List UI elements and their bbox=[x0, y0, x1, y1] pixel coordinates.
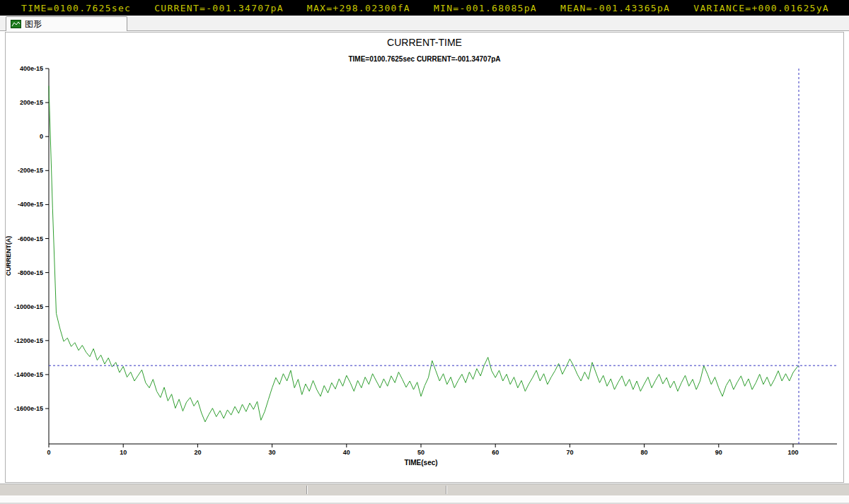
x-tick-label: 80 bbox=[641, 449, 648, 456]
stat-variance: VARIANCE=+000.01625yA bbox=[693, 3, 829, 13]
chart-icon bbox=[11, 20, 21, 28]
tab-bar: 图形 bbox=[0, 16, 849, 31]
y-tick-label: -1400e-15 bbox=[14, 371, 43, 378]
status-pane-divider bbox=[446, 486, 446, 494]
x-tick-label: 20 bbox=[194, 449, 201, 456]
chart-panel: CURRENT-TIME TIME=0100.7625sec CURRENT=-… bbox=[5, 32, 844, 483]
x-tick-label: 40 bbox=[343, 449, 350, 456]
y-tick-label: -800e-15 bbox=[18, 269, 43, 276]
x-axis-title: TIME(sec) bbox=[404, 459, 437, 467]
y-tick-label: 400e-15 bbox=[20, 65, 43, 72]
bottom-margin bbox=[0, 496, 849, 504]
x-tick-label: 30 bbox=[269, 449, 276, 456]
y-tick-label: -200e-15 bbox=[18, 167, 43, 174]
y-tick-label: -1200e-15 bbox=[14, 337, 43, 344]
stat-time: TIME=0100.7625sec bbox=[21, 3, 131, 13]
status-pane-divider bbox=[306, 486, 307, 494]
tab-graph-label: 图形 bbox=[25, 18, 42, 30]
x-tick-label: 60 bbox=[492, 449, 499, 456]
stat-current: CURRENT=-001.34707pA bbox=[154, 3, 284, 13]
y-tick-label: -1600e-15 bbox=[14, 405, 43, 412]
graph-page: CURRENT-TIME TIME=0100.7625sec CURRENT=-… bbox=[0, 31, 849, 484]
measurement-status-bar: TIME=0100.7625sec CURRENT=-001.34707pA M… bbox=[0, 0, 849, 16]
stat-mean: MEAN=-001.43365pA bbox=[560, 3, 670, 13]
stat-min: MIN=-001.68085pA bbox=[434, 3, 537, 13]
tab-graph[interactable]: 图形 bbox=[6, 16, 127, 31]
plot-dynamic-layer: 400e-15200e-150-200e-15-400e-15-600e-15-… bbox=[14, 65, 837, 456]
plot-svg[interactable]: CURRENT(A) TIME(sec) 400e-15200e-150-200… bbox=[6, 33, 843, 482]
x-tick-label: 90 bbox=[715, 449, 722, 456]
y-tick-label: -400e-15 bbox=[18, 201, 43, 208]
x-tick-label: 70 bbox=[566, 449, 573, 456]
x-tick-label: 0 bbox=[47, 449, 50, 456]
y-tick-label: 200e-15 bbox=[20, 99, 43, 106]
y-tick-label: -1000e-15 bbox=[14, 303, 43, 310]
current-trace bbox=[49, 86, 799, 422]
y-tick-label: -600e-15 bbox=[18, 235, 43, 242]
y-axis-title: CURRENT(A) bbox=[6, 236, 12, 276]
y-tick-label: 0 bbox=[40, 133, 43, 140]
x-tick-label: 10 bbox=[120, 449, 127, 456]
x-tick-label: 50 bbox=[417, 449, 424, 456]
status-strip bbox=[0, 484, 849, 496]
stat-max: MAX=+298.02300fA bbox=[307, 3, 410, 13]
x-tick-label: 100 bbox=[787, 449, 798, 456]
